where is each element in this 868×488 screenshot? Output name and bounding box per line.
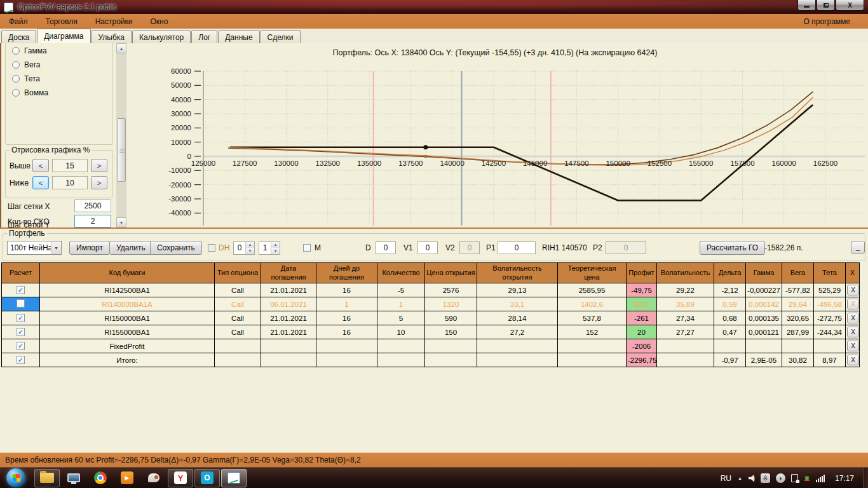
portfolio-chart[interactable]: Портфель: Ось X: 138400 Ось Y: (Текущий … [116, 43, 868, 227]
table-row[interactable]: ✓RI142500BA1Call21.01.202116-5257629,132… [2, 283, 860, 297]
menu-item-2[interactable]: Настройки [86, 17, 142, 26]
menu-item-1[interactable]: Торговля [37, 17, 86, 26]
tab-улыбка[interactable]: Улыбка [92, 30, 132, 43]
increase-button[interactable]: > [91, 176, 107, 189]
clock[interactable]: 17:17 [835, 474, 854, 483]
language-indicator[interactable]: RU [721, 474, 731, 483]
o-app-taskbar-button[interactable]: O [194, 469, 220, 487]
column-header-10[interactable]: Волатильность [657, 263, 714, 283]
decrease-button[interactable]: < [32, 176, 49, 189]
tab-лог[interactable]: Лог [191, 30, 217, 43]
updown-arrows-icon[interactable] [804, 475, 810, 481]
delete-row-button[interactable]: X [847, 299, 859, 309]
action-cell[interactable]: X [846, 297, 860, 311]
chrome-taskbar-button[interactable] [88, 469, 113, 487]
calc-cell[interactable]: ✓ [2, 339, 40, 353]
row-calc-checkbox[interactable]: ✓ [17, 356, 25, 364]
remote-desktop-taskbar-button[interactable] [61, 469, 86, 487]
network-signal-icon[interactable] [816, 475, 825, 482]
delete-row-button[interactable]: X [847, 355, 859, 365]
action-cell[interactable]: X [846, 339, 860, 353]
volume-icon[interactable]: ) [749, 475, 755, 482]
grid-x-input[interactable]: 2500 [74, 200, 111, 212]
table-row[interactable]: ✓FixedProfit-2006X [2, 339, 860, 353]
calc-margin-button[interactable]: Рассчитать ГО [700, 241, 765, 255]
m-checkbox[interactable] [303, 244, 311, 252]
calc-cell[interactable]: ✓ [2, 325, 40, 339]
row-calc-checkbox[interactable] [17, 299, 25, 308]
table-row[interactable]: ✓Итого:-2296,75-0,972,9E-0530,828,97X [2, 353, 860, 367]
optionfvv-taskbar-button[interactable] [221, 469, 247, 487]
dh-spinner-1[interactable]: 0 ▲▼ [233, 241, 255, 255]
table-row[interactable]: RI140000BA1ACall06.01.202111132033,11402… [2, 297, 860, 311]
media-player-taskbar-button[interactable]: ▶ [114, 469, 140, 487]
agent-icon[interactable]: ◗ [776, 473, 785, 483]
row-calc-checkbox[interactable]: ✓ [17, 342, 25, 350]
v2-field[interactable]: 0 [459, 241, 480, 254]
portfolio-select[interactable]: 100т НейНапр ▼ [7, 241, 62, 255]
delete-row-button[interactable]: X [847, 313, 859, 323]
show-desktop-button[interactable] [863, 468, 868, 488]
snipping-tool-taskbar-button[interactable] [141, 469, 166, 487]
column-header-1[interactable]: Код бумаги [40, 263, 215, 283]
explorer-taskbar-button[interactable] [34, 469, 60, 487]
delete-button[interactable]: Удалить [109, 241, 153, 255]
table-row[interactable]: ✓RI155000BA1Call21.01.2021161015027,2152… [2, 325, 860, 339]
action-cell[interactable]: X [846, 353, 860, 367]
delete-row-button[interactable]: X [847, 341, 859, 351]
spin-up-icon[interactable]: ▲ [271, 242, 280, 248]
radio-вомма[interactable]: Вомма [12, 88, 48, 97]
spin-up-icon[interactable]: ▲ [246, 242, 254, 248]
column-header-7[interactable]: Волатильность открытия [477, 263, 558, 283]
maximize-button[interactable] [817, 0, 835, 11]
clipboard-icon[interactable] [791, 474, 798, 482]
sko-input[interactable]: 2 [74, 215, 111, 227]
radio-вега[interactable]: Вега [12, 60, 40, 69]
yandex-browser-taskbar-button[interactable]: Y [168, 469, 193, 487]
calc-cell[interactable]: ✓ [2, 283, 40, 297]
delete-row-button[interactable]: X [847, 327, 859, 337]
spin-down-icon[interactable]: ▼ [246, 248, 254, 254]
action-cell[interactable]: X [846, 325, 860, 339]
row-calc-checkbox[interactable]: ✓ [17, 314, 25, 322]
tab-доска[interactable]: Доска [1, 30, 36, 43]
tab-калькулятор[interactable]: Калькулятор [132, 30, 191, 43]
tab-данные[interactable]: Данные [218, 30, 259, 43]
column-header-5[interactable]: Количество [377, 263, 425, 283]
calc-cell[interactable] [2, 297, 40, 311]
column-header-2[interactable]: Тип опциона [215, 263, 261, 283]
stepper-value[interactable]: 15 [52, 159, 88, 172]
column-header-8[interactable]: Теоретическая цена [558, 263, 627, 283]
import-button[interactable]: Импорт [69, 241, 110, 255]
antivirus-icon[interactable]: ※ [761, 473, 770, 483]
tray-expand-icon[interactable]: ▲ [738, 476, 742, 480]
spin-down-icon[interactable]: ▼ [271, 248, 280, 254]
dh-spinner-2[interactable]: 1 ▲▼ [259, 241, 280, 255]
column-header-14[interactable]: Тета [814, 263, 846, 283]
column-header-6[interactable]: Цена открытия [425, 263, 477, 283]
column-header-4[interactable]: Дней до погашения [316, 263, 377, 283]
increase-button[interactable]: > [91, 159, 107, 172]
dh-checkbox[interactable] [208, 244, 215, 252]
column-header-12[interactable]: Гамма [746, 263, 782, 283]
d-field[interactable]: 0 [376, 241, 396, 254]
menu-item-about[interactable]: О программе [795, 14, 859, 29]
column-header-3[interactable]: Дата погашения [261, 263, 316, 283]
calc-cell[interactable]: ✓ [2, 311, 40, 325]
table-row[interactable]: ✓RI150000BA1Call21.01.202116559028,14537… [2, 311, 860, 325]
chart-canvas[interactable]: -40000-30000-20000-100000100002000030000… [123, 43, 868, 227]
calc-cell[interactable]: ✓ [2, 353, 40, 367]
p2-field[interactable]: 0 [606, 241, 646, 254]
menu-item-3[interactable]: Окно [142, 17, 177, 26]
row-calc-checkbox[interactable]: ✓ [17, 286, 25, 294]
column-header-11[interactable]: Дельта [714, 263, 746, 283]
tab-диаграмма[interactable]: Диаграмма [37, 29, 90, 43]
title-bar[interactable]: OptionFVV версия 2.1 public X [0, 0, 868, 14]
combo-dropdown-icon[interactable]: ▼ [51, 241, 61, 254]
save-button[interactable]: Сохранить [150, 241, 202, 255]
close-button[interactable]: X [836, 0, 864, 11]
column-header-15[interactable]: X [846, 263, 860, 283]
menu-item-0[interactable]: Файл [0, 17, 37, 26]
minimize-button[interactable] [797, 0, 816, 11]
v1-field[interactable]: 0 [417, 241, 438, 254]
